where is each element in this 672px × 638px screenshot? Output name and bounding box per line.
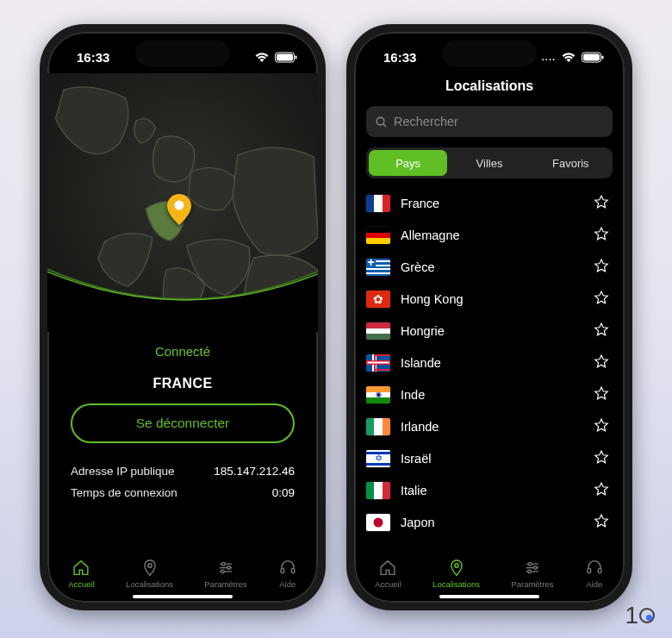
tab-settings[interactable]: Paramètres bbox=[204, 559, 246, 589]
connection-status: Connecté bbox=[155, 344, 210, 359]
segment-control: Pays Villes Favoris bbox=[366, 147, 613, 178]
svg-marker-25 bbox=[595, 419, 607, 431]
tab-help[interactable]: Aide bbox=[278, 559, 297, 589]
svg-marker-18 bbox=[595, 196, 607, 208]
brand-dot-icon bbox=[639, 608, 655, 623]
country-row-jp[interactable]: Japon bbox=[354, 506, 625, 538]
locations-content: Localisations Pays Villes Favoris France… bbox=[354, 73, 625, 603]
ip-label: Adresse IP publique bbox=[71, 465, 175, 478]
country-name: France bbox=[401, 197, 583, 210]
country-row-fr[interactable]: France bbox=[354, 187, 625, 219]
connection-info: Connecté FRANCE Se déconnecter Adresse I… bbox=[47, 332, 318, 547]
favorite-star-icon[interactable] bbox=[594, 290, 609, 309]
country-row-hk[interactable]: Hong Kong bbox=[354, 283, 625, 315]
country-name: Israël bbox=[401, 452, 583, 466]
favorite-star-icon[interactable] bbox=[594, 258, 609, 277]
favorite-star-icon[interactable] bbox=[594, 513, 609, 532]
favorite-star-icon[interactable] bbox=[594, 353, 609, 372]
home-indicator[interactable] bbox=[133, 595, 233, 598]
country-name: Irlande bbox=[401, 420, 583, 434]
search-input[interactable] bbox=[394, 115, 604, 128]
connected-country: FRANCE bbox=[152, 376, 212, 391]
country-name: Grèce bbox=[401, 260, 583, 274]
flag-hu-icon bbox=[366, 322, 390, 340]
country-name: Inde bbox=[401, 388, 583, 402]
svg-rect-2 bbox=[296, 55, 297, 59]
status-icons bbox=[254, 52, 297, 63]
svg-point-3 bbox=[175, 201, 184, 210]
headset-icon bbox=[278, 559, 297, 577]
country-row-is[interactable]: Islande bbox=[354, 347, 625, 378]
flag-il-icon bbox=[366, 450, 390, 467]
search-bar[interactable] bbox=[366, 106, 613, 137]
flag-it-icon bbox=[366, 482, 390, 499]
svg-marker-19 bbox=[595, 228, 607, 240]
map[interactable] bbox=[47, 73, 318, 332]
svg-rect-15 bbox=[602, 55, 604, 59]
favorite-star-icon[interactable] bbox=[594, 322, 609, 341]
favorite-star-icon[interactable] bbox=[594, 481, 609, 500]
tab-settings[interactable]: Paramètres bbox=[511, 559, 553, 589]
flag-gr-icon bbox=[366, 259, 390, 276]
country-row-ie[interactable]: Irlande bbox=[354, 410, 625, 442]
svg-marker-24 bbox=[595, 387, 607, 399]
country-name: Japon bbox=[401, 516, 583, 529]
svg-marker-23 bbox=[595, 355, 607, 367]
country-row-it[interactable]: Italie bbox=[354, 474, 625, 506]
svg-rect-11 bbox=[281, 568, 284, 572]
country-name: Islande bbox=[401, 356, 583, 370]
tab-home[interactable]: Accueil bbox=[375, 559, 401, 589]
flag-jp-icon bbox=[366, 514, 390, 531]
tab-locations[interactable]: Localisations bbox=[126, 559, 173, 589]
country-row-de[interactable]: Allemagne bbox=[354, 219, 625, 251]
disconnect-button[interactable]: Se déconnecter bbox=[71, 403, 295, 443]
country-row-gr[interactable]: Grèce bbox=[354, 251, 625, 283]
duration-row: Temps de connexion 0:09 bbox=[71, 482, 295, 504]
country-list[interactable]: FranceAllemagneGrèceHong KongHongrieIsla… bbox=[354, 187, 625, 547]
ip-value: 185.147.212.46 bbox=[214, 465, 295, 478]
home-content: Connecté FRANCE Se déconnecter Adresse I… bbox=[47, 73, 318, 603]
segment-countries[interactable]: Pays bbox=[369, 150, 447, 176]
home-indicator[interactable] bbox=[439, 595, 539, 598]
svg-point-8 bbox=[222, 562, 226, 566]
svg-marker-28 bbox=[595, 515, 607, 527]
svg-marker-26 bbox=[595, 451, 607, 463]
svg-point-34 bbox=[534, 566, 538, 569]
favorite-star-icon[interactable] bbox=[594, 226, 609, 245]
flag-ie-icon bbox=[366, 418, 390, 435]
tab-help[interactable]: Aide bbox=[585, 559, 604, 589]
segment-cities[interactable]: Villes bbox=[450, 150, 528, 176]
country-row-il[interactable]: Israël bbox=[354, 442, 625, 474]
country-name: Italie bbox=[401, 484, 583, 497]
favorite-star-icon[interactable] bbox=[594, 385, 609, 404]
country-name: Allemagne bbox=[401, 228, 583, 242]
page-title: Localisations bbox=[354, 73, 625, 106]
tab-locations[interactable]: Localisations bbox=[432, 559, 480, 589]
favorite-star-icon[interactable] bbox=[594, 194, 609, 213]
wifi-icon bbox=[254, 52, 270, 63]
favorite-star-icon[interactable] bbox=[594, 417, 609, 436]
tab-home[interactable]: Accueil bbox=[68, 559, 95, 589]
battery-icon bbox=[582, 52, 604, 63]
svg-point-10 bbox=[221, 570, 225, 573]
clock: 16:33 bbox=[383, 50, 416, 65]
flag-is-icon bbox=[366, 354, 390, 372]
svg-rect-36 bbox=[588, 568, 591, 572]
svg-marker-20 bbox=[595, 260, 607, 272]
svg-rect-37 bbox=[598, 568, 601, 572]
svg-point-29 bbox=[454, 563, 457, 566]
country-row-in[interactable]: Inde bbox=[354, 378, 625, 410]
svg-marker-21 bbox=[595, 291, 607, 303]
segment-favorites[interactable]: Favoris bbox=[532, 150, 610, 176]
country-row-hu[interactable]: Hongrie bbox=[354, 315, 625, 347]
favorite-star-icon[interactable] bbox=[594, 449, 609, 468]
notch bbox=[135, 41, 230, 66]
svg-point-33 bbox=[529, 562, 532, 566]
flag-fr-icon bbox=[366, 195, 390, 212]
sliders-icon bbox=[523, 559, 542, 577]
svg-point-9 bbox=[227, 566, 231, 569]
phone-home: 16:33 bbox=[40, 24, 326, 610]
country-name: Hong Kong bbox=[401, 292, 583, 306]
flag-hk-icon bbox=[366, 291, 390, 308]
country-name: Hongrie bbox=[401, 324, 583, 338]
